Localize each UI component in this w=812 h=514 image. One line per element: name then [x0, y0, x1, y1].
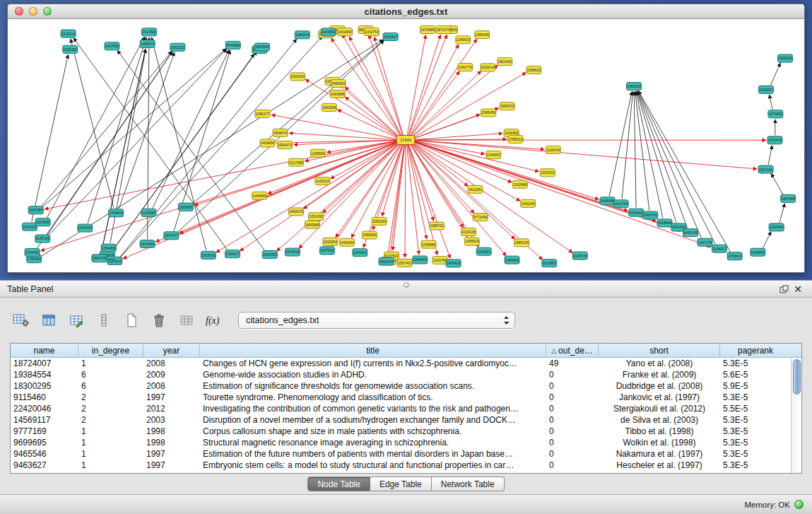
graph-node[interactable]: 1637477	[164, 232, 179, 240]
graph-node[interactable]: 1059830	[505, 256, 519, 264]
graph-node[interactable]: 1057669	[781, 194, 796, 202]
tab-edge-table[interactable]: Edge Table	[370, 477, 432, 491]
graph-node[interactable]: 9044884	[225, 41, 240, 49]
graph-node[interactable]: 2085456	[481, 109, 496, 117]
vertical-scrollbar[interactable]	[791, 358, 801, 473]
graph-node[interactable]: 1585105	[514, 239, 529, 247]
graph-node[interactable]: 1659353	[262, 251, 277, 259]
graph-node[interactable]: 1861600	[379, 257, 394, 265]
graph-node[interactable]: 2409138	[683, 229, 698, 237]
column-header-name[interactable]: name	[11, 344, 78, 357]
graph-node[interactable]: 1896972	[500, 103, 514, 110]
edit-columns-button[interactable]	[66, 311, 86, 329]
graph-node[interactable]: 1407550	[105, 42, 119, 50]
row-height-button[interactable]	[94, 311, 114, 329]
graph-node[interactable]: 1456519	[464, 238, 479, 245]
graph-node[interactable]: 1065380	[339, 238, 354, 246]
table-row[interactable]: 977716911998Corpus callosum shape and si…	[11, 426, 801, 437]
network-canvas[interactable]: 1872989176083518723782249633199044513417…	[8, 20, 804, 272]
graph-node[interactable]: 1279218	[285, 248, 300, 256]
graph-node[interactable]: 1531883	[337, 28, 352, 36]
table-settings-button[interactable]	[11, 311, 31, 329]
graph-node[interactable]: 1341770	[458, 64, 473, 71]
table-row[interactable]: 1830029562008Estimation of significance …	[11, 380, 801, 392]
column-header-short[interactable]: short	[599, 344, 720, 357]
graph-node[interactable]: 1051092	[309, 213, 324, 221]
table-row[interactable]: 946554611997Estimation of the future num…	[11, 448, 801, 460]
function-builder-button[interactable]: f(x)	[204, 311, 224, 329]
graph-node[interactable]: 2108017	[712, 245, 726, 252]
graph-node[interactable]: 17240	[396, 136, 415, 145]
graph-node[interactable]: 2092160	[372, 217, 387, 225]
close-button[interactable]	[15, 7, 23, 16]
graph-node[interactable]: 1332689	[512, 180, 527, 188]
zoom-button[interactable]	[43, 7, 52, 16]
graph-node[interactable]: 1972006	[767, 136, 782, 144]
graph-node[interactable]: 1611261	[468, 185, 483, 193]
graph-node[interactable]: 1332753	[364, 28, 379, 36]
graph-node[interactable]: 1592828	[322, 103, 336, 111]
graph-node[interactable]: 1109691	[476, 247, 491, 255]
graph-node[interactable]: 1240831	[353, 249, 367, 257]
table-row[interactable]: 1872400712008Changes of HCN gene express…	[11, 358, 801, 369]
graph-node[interactable]: 1358656	[310, 149, 325, 157]
graph-node[interactable]: 1226987	[141, 209, 156, 216]
graph-node[interactable]: 1810630	[201, 251, 216, 259]
graph-node[interactable]: 2492675	[288, 208, 303, 216]
tab-node-table[interactable]: Node Table	[307, 477, 370, 491]
graph-node[interactable]: 2445498	[600, 197, 615, 205]
graph-node[interactable]: 1110636	[35, 218, 50, 226]
graph-node[interactable]: 1304458	[101, 244, 116, 252]
graph-node[interactable]: 1129149	[546, 146, 560, 153]
delete-table-button[interactable]	[177, 311, 196, 329]
graph-node[interactable]: 1824545	[255, 43, 270, 51]
minimize-button[interactable]	[29, 7, 37, 16]
graph-node[interactable]: 1706117	[225, 250, 240, 258]
graph-node[interactable]: 1080634	[295, 31, 310, 39]
graph-node[interactable]: 1822462	[498, 58, 512, 66]
graph-node[interactable]: 2315053	[323, 238, 338, 245]
graph-node[interactable]: 1120013	[315, 177, 330, 185]
graph-node[interactable]: 2399686	[421, 240, 436, 248]
graph-node[interactable]: 1426415	[446, 259, 461, 267]
tab-network-table[interactable]: Network Table	[432, 477, 505, 491]
graph-node[interactable]: 1513969	[140, 240, 155, 248]
graph-node[interactable]: 1872378	[436, 26, 451, 34]
graph-node[interactable]: 1051589	[28, 206, 43, 214]
graph-node[interactable]: 1334430	[25, 248, 40, 256]
graph-node[interactable]: 1367276	[698, 238, 712, 246]
graph-node[interactable]: 1047532	[319, 247, 334, 255]
graph-node[interactable]: 1904473	[277, 141, 292, 149]
graph-node[interactable]: 1612917	[383, 33, 398, 41]
graph-node[interactable]: 1059507	[758, 86, 773, 93]
graph-node[interactable]: 1597093	[78, 224, 93, 232]
table-row[interactable]: 969969511998Structural magnetic resonanc…	[11, 437, 801, 448]
graph-node[interactable]: 2117098	[288, 158, 303, 166]
table-row[interactable]: 1938455462009Genome-wide association stu…	[11, 369, 801, 380]
graph-node[interactable]: 2038736	[572, 252, 587, 259]
graph-node[interactable]: 1515533	[540, 169, 555, 177]
graph-node[interactable]: 1872989	[420, 26, 435, 34]
graph-node[interactable]: 9789622	[629, 209, 644, 216]
window-titlebar[interactable]: citations_edges.txt	[8, 4, 804, 19]
graph-node[interactable]: 1220469	[769, 223, 784, 231]
graph-node[interactable]: 1562112	[170, 43, 185, 51]
graph-node[interactable]: 1412704	[613, 200, 628, 208]
graph-node[interactable]: 2188615	[526, 66, 541, 74]
graph-node[interactable]: 1584791	[643, 211, 658, 219]
graph-node[interactable]: 1510421	[23, 223, 37, 230]
table-row[interactable]: 946362711997Embryonic stem cells: a mode…	[11, 460, 801, 471]
graph-node[interactable]: 2496082	[331, 80, 346, 88]
graph-node[interactable]: 1525850	[751, 248, 765, 256]
graph-node[interactable]: 9135165	[35, 235, 50, 243]
graph-node[interactable]: 2215214	[61, 30, 76, 37]
column-header-pagerank[interactable]: pagerank	[720, 344, 791, 357]
select-columns-button[interactable]	[39, 311, 59, 329]
graph-node[interactable]: 2300066	[178, 203, 193, 211]
column-header-in_degree[interactable]: in_degree	[78, 344, 143, 357]
graph-node[interactable]: 1057163	[758, 165, 773, 173]
graph-node[interactable]: 2396177	[255, 110, 270, 117]
graph-node[interactable]: 1509473	[273, 129, 288, 136]
graph-node[interactable]: 1042240	[521, 199, 536, 207]
table-row[interactable]: 2242004622012Investigating the contribut…	[11, 403, 801, 414]
